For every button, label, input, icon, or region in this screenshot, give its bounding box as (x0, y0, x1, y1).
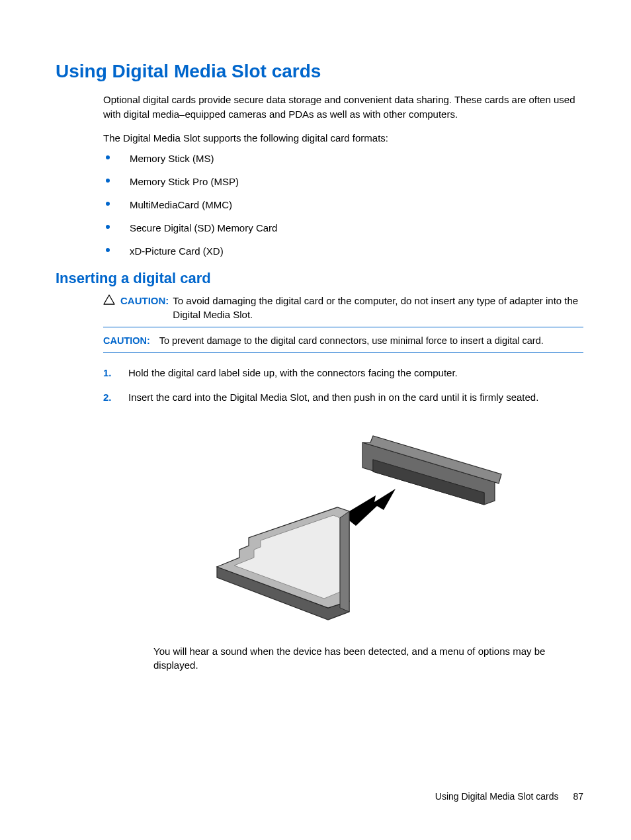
list-item: MultiMediaCard (MMC) (103, 198, 583, 212)
arrow-icon (343, 489, 396, 526)
sd-card-icon (217, 507, 349, 620)
step-text: Hold the digital card label side up, wit… (128, 367, 458, 378)
list-item-text: Memory Stick (MS) (130, 153, 214, 164)
caution-notice-1: CAUTION: To avoid damaging the digital c… (103, 294, 583, 327)
caution-notice-2: CAUTION: To prevent damage to the digita… (103, 334, 583, 352)
list-item: Memory Stick (MS) (103, 151, 583, 165)
step-item: 2. Insert the card into the Digital Medi… (103, 390, 583, 672)
intro-paragraph-1: Optional digital cards provide secure da… (103, 93, 583, 122)
steps-list: 1. Hold the digital card label side up, … (103, 366, 583, 672)
step-result-text: You will hear a sound when the device ha… (153, 644, 583, 672)
bullet-icon (106, 248, 110, 252)
list-item-text: MultiMediaCard (MMC) (130, 199, 232, 210)
bullet-icon (106, 202, 110, 206)
list-item-text: Memory Stick Pro (MSP) (130, 176, 239, 187)
bullet-icon (106, 155, 110, 159)
step-number: 1. (103, 366, 112, 380)
page-heading: Using Digital Media Slot cards (56, 61, 583, 82)
list-item: Memory Stick Pro (MSP) (103, 175, 583, 189)
step-number: 2. (103, 390, 112, 404)
step-text: Insert the card into the Digital Media S… (128, 392, 538, 403)
intro-paragraph-2: The Digital Media Slot supports the foll… (103, 131, 583, 146)
list-item: Secure Digital (SD) Memory Card (103, 221, 583, 235)
format-list: Memory Stick (MS) Memory Stick Pro (MSP)… (103, 151, 583, 258)
bullet-icon (106, 225, 110, 229)
caution-label: CAUTION: (103, 335, 150, 346)
section-heading: Inserting a digital card (56, 270, 583, 287)
footer-title: Using Digital Media Slot cards (435, 791, 559, 802)
insert-card-illustration (204, 423, 508, 624)
page-footer: Using Digital Media Slot cards 87 (435, 791, 583, 802)
footer-page-number: 87 (573, 791, 583, 802)
list-item: xD-Picture Card (XD) (103, 244, 583, 258)
caution-text: To prevent damage to the digital card co… (159, 335, 544, 346)
step-item: 1. Hold the digital card label side up, … (103, 366, 583, 380)
list-item-text: Secure Digital (SD) Memory Card (130, 222, 277, 233)
caution-label: CAUTION: (120, 294, 169, 308)
list-item-text: xD-Picture Card (XD) (130, 245, 224, 257)
caution-icon (103, 294, 115, 308)
slot-icon (362, 436, 501, 505)
caution-text: To avoid damaging the digital card or th… (173, 294, 583, 321)
bullet-icon (106, 179, 110, 183)
